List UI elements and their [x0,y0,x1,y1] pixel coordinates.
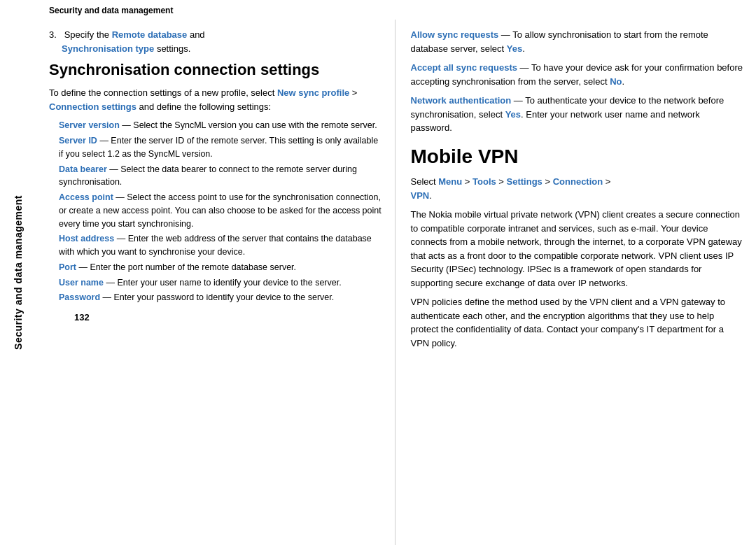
sync-type-link[interactable]: Synchronisation type [62,43,154,54]
def-port: Port — Enter the port number of the remo… [59,261,382,274]
menu-path-para: Select Menu > Tools > Settings > Connect… [411,175,744,202]
page-number-area: 132 [49,306,382,334]
net-auth-para: Network authentication — To authenticate… [411,94,744,135]
def-access-point: Access point — Select the access point t… [59,191,382,230]
step3: 3. Specify the Remote database and Synch… [49,28,382,55]
remote-database-link[interactable]: Remote database [112,29,188,40]
step3-num: 3. [49,29,62,40]
def-server-id: Server ID — Enter the server ID of the r… [59,134,382,161]
tools-link[interactable]: Tools [472,176,496,187]
sidebar: Security and data management [0,0,36,545]
net-auth-link[interactable]: Network authentication [411,95,512,106]
def-password: Password — Enter your password to identi… [59,291,382,304]
def-user-name: User name — Enter your user name to iden… [59,276,382,290]
connection-settings-link[interactable]: Connection settings [49,101,136,112]
right-column: Allow sync requests — To allow synchroni… [396,20,757,545]
vpn-para1: The Nokia mobile virtual private network… [411,208,744,290]
def-server-version: Server version — Select the SyncML versi… [59,119,382,132]
menu-link[interactable]: Menu [438,176,462,187]
mobile-vpn-title: Mobile VPN [411,145,744,169]
main-content: Security and data management 3. Specify … [36,0,756,545]
page-number: 132 [62,306,102,328]
allow-sync-para: Allow sync requests — To allow synchroni… [411,28,744,55]
def-host-address: Host address — Enter the web address of … [59,232,382,259]
accept-sync-para: Accept all sync requests — To have your … [411,61,744,88]
allow-sync-yes: Yes [507,43,522,54]
new-sync-profile-link[interactable]: New sync profile [277,87,349,98]
allow-sync-link[interactable]: Allow sync requests [411,29,499,40]
page-header: Security and data management [36,0,756,20]
settings-link[interactable]: Settings [507,176,542,187]
sync-section-title: Synchronisation connection settings [49,61,382,79]
columns: 3. Specify the Remote database and Synch… [36,20,756,545]
vpn-para2: VPN policies define the method used by t… [411,295,744,350]
step3-end: settings. [154,43,190,54]
step3-mid: and [187,29,204,40]
step3-text: Specify the [64,29,112,40]
def-data-bearer: Data bearer — Select the data bearer to … [59,163,382,190]
connection-link[interactable]: Connection [553,176,603,187]
sidebar-label: Security and data management [13,195,24,350]
left-column: 3. Specify the Remote database and Synch… [36,20,396,545]
accept-sync-link[interactable]: Accept all sync requests [411,62,517,73]
definitions-list: Server version — Select the SyncML versi… [49,119,382,304]
accept-sync-no: No [610,76,622,87]
vpn-link[interactable]: VPN [411,190,430,201]
intro-paragraph: To define the connection settings of a n… [49,86,382,113]
net-auth-yes: Yes [505,109,521,120]
